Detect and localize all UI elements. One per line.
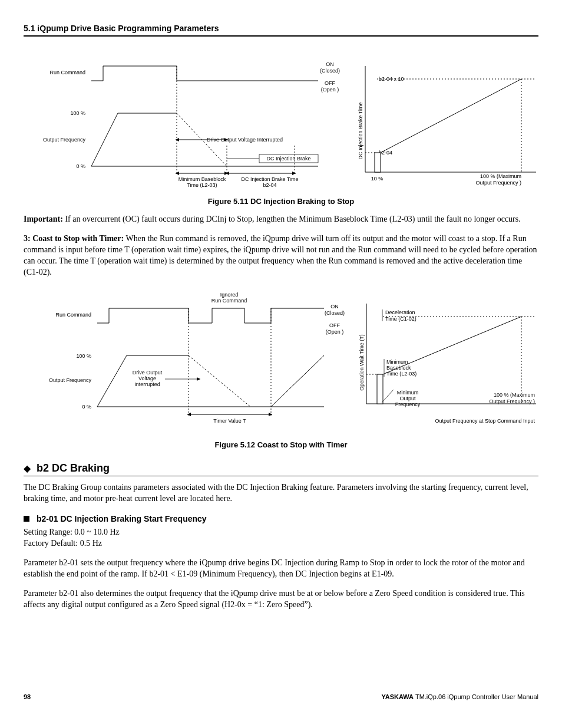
label-ignored1: Ignored: [220, 292, 239, 298]
label-open: (Open ): [321, 87, 339, 93]
label-x10: 10 %: [371, 176, 384, 182]
label-0pct: 0 %: [76, 163, 85, 169]
label-dov1: Drive Output: [133, 370, 163, 375]
waveform-run-command-2: [97, 308, 324, 323]
label-on-2: ON: [330, 304, 339, 309]
label-min-baseblock-1: Minimum Baseblock: [178, 176, 226, 182]
bar-minfreq: [377, 374, 383, 404]
diag-line-right: [381, 79, 521, 153]
label-minout1: Minimum: [397, 390, 419, 396]
label-output-frequency: Output Frequency: [43, 137, 86, 143]
label-dov3: Interrupted: [134, 381, 160, 387]
arrowhead-lT: [187, 413, 191, 416]
label-minout2: Output: [399, 396, 416, 401]
arrowhead-l3: [226, 172, 229, 175]
label-output-frequency-2: Output Frequency: [49, 377, 92, 383]
label-100pct: 100 %: [70, 110, 85, 116]
section-b2-heading: ◆ b2 DC Braking: [24, 462, 538, 476]
label-ignored2: Run Command: [211, 298, 247, 304]
label-0pct-2: 0 %: [82, 404, 91, 410]
page-number: 98: [24, 693, 31, 700]
page-section-header: 5.1 iQpump Drive Basic Programming Param…: [24, 24, 538, 37]
section-number-title: 5.1 iQpump Drive Basic Programming Param…: [24, 24, 219, 33]
figure-5-11: Run Command ON (Closed) OFF (Open ) 100 …: [24, 54, 538, 192]
diamond-bullet-icon: ◆: [24, 463, 31, 474]
paragraph-important: Important: If an overcurrent (OC) fault …: [24, 214, 538, 225]
figure-5-12-caption: Figure 5.12 Coast to Stop with Timer: [24, 440, 538, 449]
dov-arrowhead: [197, 377, 200, 381]
section-b2-title: b2 DC Braking: [37, 462, 110, 475]
arrowhead-l1: [176, 138, 179, 141]
arrowhead-r3: [292, 172, 296, 175]
label-b204x10: b2-04 x 10: [379, 76, 404, 82]
b201-default: Factory Default: 0.5 Hz: [24, 538, 538, 549]
label-x100a: 100 % (Maximum: [480, 173, 521, 179]
label-decel1: Deceleration: [385, 309, 415, 315]
page-footer: 98 YASKAWA TM.iQp.06 iQpump Controller U…: [24, 693, 538, 700]
figure-5-11-svg: Run Command ON (Closed) OFF (Open ) 100 …: [24, 54, 538, 190]
coast-label: 3: Coast to Stop with Timer:: [24, 234, 124, 243]
label-x100b: Output Frequency ): [475, 180, 521, 186]
paragraph-coast: 3: Coast to Stop with Timer: When the Ru…: [24, 233, 538, 278]
label-interrupted: Drive Output Voltage Interrupted: [207, 137, 283, 143]
freq-down-2: [189, 355, 250, 407]
label-x100a-2: 100 % (Maximum: [494, 392, 535, 398]
subsection-b201-heading: b2-01 DC Injection Braking Start Frequen…: [24, 514, 538, 523]
manual-text: TM.iQp.06 iQpump Controller User Manual: [414, 693, 538, 700]
arrowhead-rT: [269, 413, 272, 416]
figure-5-12: Ignored Run Command Run Command ON (Clos…: [24, 286, 538, 436]
label-x100b-2: Output Frequency ): [489, 398, 535, 404]
label-timer-value: Timer Value T: [213, 418, 246, 424]
minout-leader: [382, 390, 394, 403]
label-100pct-2: 100 %: [76, 353, 91, 359]
label-min-baseblock-2: Time (L2-03): [187, 182, 217, 188]
section-b2-intro: The DC Braking Group contains parameters…: [24, 482, 538, 505]
label-minout3: Frequency: [395, 401, 421, 407]
figure-5-12-svg: Ignored Run Command Run Command ON (Clos…: [24, 286, 538, 433]
label-closed-2: (Closed): [325, 310, 345, 316]
line-freq-up: [91, 113, 177, 166]
label-off: OFF: [325, 80, 335, 86]
b201-p2: Parameter b2-01 also determines the outp…: [24, 588, 538, 611]
label-dc-brake: DC Injection Brake: [266, 156, 310, 162]
freq-up-3: [271, 355, 324, 407]
b201-range: Setting Range: 0.0 ~ 10.0 Hz: [24, 527, 538, 538]
diag-line-right2: [383, 317, 521, 374]
label-dc-brake-time-1: DC Injection Brake Time: [241, 176, 298, 182]
label-decel2: Time (C1-02): [385, 316, 416, 322]
b201-p1: Parameter b2-01 sets the output frequenc…: [24, 558, 538, 580]
label-mbb1: Minimum: [386, 359, 408, 365]
arrowhead-l2: [176, 172, 179, 175]
important-text: If an overcurrent (OC) fault occurs duri…: [63, 215, 521, 223]
label-off-2: OFF: [329, 322, 340, 328]
label-on: ON: [326, 61, 334, 67]
subsection-b201-title: b2-01 DC Injection Braking Start Frequen…: [37, 514, 207, 523]
label-run-command-2: Run Command: [55, 312, 91, 318]
label-open-2: (Open ): [326, 329, 344, 335]
figure-5-11-caption: Figure 5.11 DC Injection Braking to Stop: [24, 197, 538, 206]
label-dc-brake-time-2: b2-04: [263, 182, 276, 188]
label-mbb3: Time (L2-03): [386, 371, 416, 377]
square-bullet-icon: [24, 516, 29, 522]
waveform-run-command: [91, 66, 318, 81]
label-closed: (Closed): [320, 68, 340, 74]
label-y-axis-right2: Operation Wait Time (T): [359, 335, 365, 391]
manual-ref: YASKAWA TM.iQp.06 iQpump Controller User…: [381, 693, 538, 700]
bar-10pct: [375, 153, 381, 172]
label-y-axis-right: DC Injection Brake Time: [358, 102, 363, 159]
brand: YASKAWA: [381, 693, 414, 700]
label-run-command: Run Command: [49, 70, 85, 75]
important-label: Important:: [24, 215, 63, 223]
label-xaxis-right2: Output Frequency at Stop Command Input: [435, 418, 535, 424]
label-dov2: Voltage: [138, 375, 156, 381]
